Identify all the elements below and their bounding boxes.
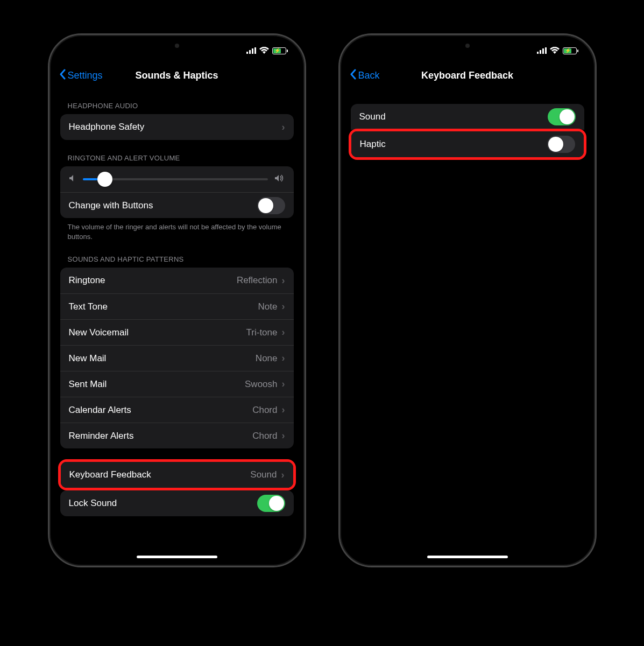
pattern-row[interactable]: Reminder AlertsChord› <box>60 423 294 448</box>
keyboard-feedback-row[interactable]: Keyboard Feedback Sound › <box>61 462 293 488</box>
pattern-row[interactable]: Text ToneNote› <box>60 293 294 319</box>
lock-sound-row[interactable]: Lock Sound <box>60 490 294 516</box>
change-with-buttons-row[interactable]: Change with Buttons <box>60 192 294 218</box>
back-label: Settings <box>68 70 103 81</box>
pattern-row[interactable]: RingtoneReflection› <box>60 268 294 293</box>
sound-toggle[interactable] <box>548 108 576 125</box>
wifi-icon <box>550 46 560 55</box>
pattern-label: Sent Mail <box>69 379 245 390</box>
nav-bar: Back Keyboard Feedback <box>343 63 592 88</box>
home-indicator[interactable] <box>137 556 217 558</box>
change-buttons-label: Change with Buttons <box>69 200 257 211</box>
pattern-row[interactable]: Calendar AlertsChord› <box>60 397 294 423</box>
cellular-icon <box>246 46 256 55</box>
lock-sound-label: Lock Sound <box>69 498 257 509</box>
keyboard-feedback-label: Keyboard Feedback <box>69 469 251 480</box>
pattern-label: Reminder Alerts <box>69 431 253 441</box>
haptic-toggle[interactable] <box>547 136 575 153</box>
pattern-row[interactable]: Sent MailSwoosh› <box>60 371 294 397</box>
highlight-haptic: Haptic <box>349 129 586 160</box>
sound-label: Sound <box>359 111 548 122</box>
patterns-header: SOUNDS AND HAPTIC PATTERNS <box>60 241 294 268</box>
pattern-value: Chord <box>252 405 277 416</box>
nav-bar: Settings Sounds & Haptics <box>53 63 301 88</box>
chevron-right-icon: › <box>282 275 285 286</box>
pattern-label: Ringtone <box>69 275 237 286</box>
svg-rect-7 <box>545 47 547 54</box>
pattern-label: New Voicemail <box>69 327 246 338</box>
phone-left: Settings Sounds & Haptics HEADPHONE AUDI… <box>48 33 306 567</box>
sound-row[interactable]: Sound <box>351 104 584 130</box>
phone-right: Back Keyboard Feedback Sound Haptic <box>338 33 597 567</box>
headphone-safety-label: Headphone Safety <box>69 122 282 132</box>
volume-low-icon <box>69 174 76 184</box>
ringtone-volume-header: RINGTONE AND ALERT VOLUME <box>60 140 294 166</box>
notch <box>131 38 223 57</box>
battery-icon <box>563 47 577 54</box>
pattern-row[interactable]: New VoicemailTri-tone› <box>60 319 294 345</box>
pattern-value: Swoosh <box>245 379 277 390</box>
back-button[interactable]: Settings <box>59 69 103 82</box>
chevron-right-icon: › <box>282 327 285 338</box>
notch <box>422 38 513 57</box>
chevron-left-icon <box>59 69 66 82</box>
volume-high-icon <box>274 174 285 185</box>
pattern-value: Chord <box>252 431 277 441</box>
haptic-row[interactable]: Haptic <box>351 131 584 157</box>
svg-rect-3 <box>254 47 256 54</box>
wifi-icon <box>259 46 269 55</box>
back-button[interactable]: Back <box>350 69 380 82</box>
pattern-value: Note <box>258 301 278 312</box>
highlight-keyboard-feedback: Keyboard Feedback Sound › <box>58 459 296 490</box>
pattern-value: Tri-tone <box>246 327 278 338</box>
chevron-right-icon: › <box>282 122 285 133</box>
volume-footer: The volume of the ringer and alerts will… <box>60 218 294 241</box>
chevron-right-icon: › <box>282 404 285 416</box>
headphone-audio-header: HEADPHONE AUDIO <box>60 88 294 114</box>
svg-rect-5 <box>540 50 541 54</box>
pattern-value: Reflection <box>237 275 278 286</box>
lock-sound-toggle[interactable] <box>257 495 285 512</box>
change-buttons-toggle[interactable] <box>257 197 285 214</box>
pattern-label: New Mail <box>69 353 256 364</box>
page-title: Keyboard Feedback <box>343 70 592 81</box>
svg-rect-0 <box>246 52 248 54</box>
chevron-right-icon: › <box>282 430 285 441</box>
svg-rect-6 <box>542 48 544 54</box>
home-indicator[interactable] <box>427 556 508 558</box>
battery-icon <box>272 47 286 54</box>
chevron-right-icon: › <box>282 301 285 312</box>
back-label: Back <box>358 70 380 81</box>
chevron-right-icon: › <box>282 378 285 390</box>
headphone-safety-row[interactable]: Headphone Safety › <box>60 114 294 140</box>
slider-thumb[interactable] <box>97 172 112 187</box>
haptic-label: Haptic <box>360 139 547 150</box>
chevron-right-icon: › <box>281 469 285 481</box>
svg-rect-1 <box>249 50 251 54</box>
keyboard-feedback-value: Sound <box>250 469 277 480</box>
chevron-left-icon <box>350 69 356 82</box>
pattern-row[interactable]: New MailNone› <box>60 345 294 371</box>
volume-slider[interactable] <box>83 178 268 180</box>
pattern-label: Text Tone <box>69 301 258 312</box>
svg-rect-4 <box>537 52 539 54</box>
svg-rect-2 <box>252 48 253 54</box>
cellular-icon <box>537 46 547 55</box>
chevron-right-icon: › <box>282 353 285 364</box>
pattern-label: Calendar Alerts <box>69 405 253 416</box>
pattern-value: None <box>256 353 278 364</box>
volume-slider-row <box>60 166 294 192</box>
